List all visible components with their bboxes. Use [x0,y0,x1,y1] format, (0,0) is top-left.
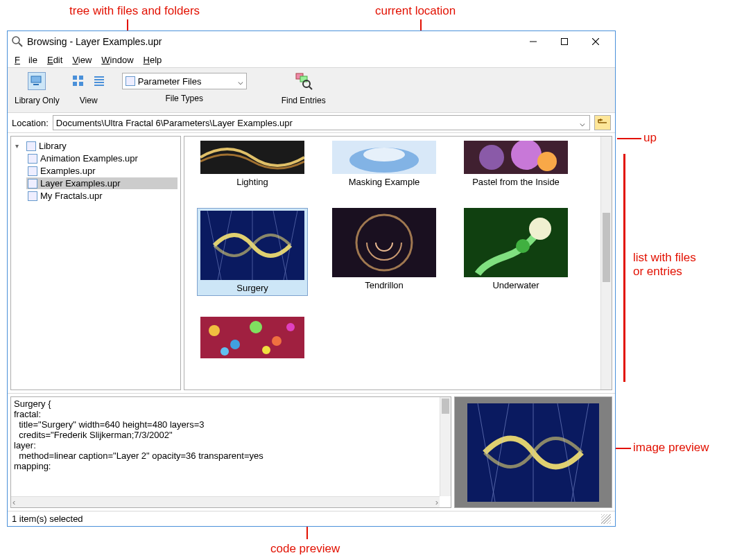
svg-point-40 [230,340,240,349]
menubar: File Edit View Window Help [8,52,615,67]
status-text: 1 item(s) selected [12,514,83,524]
close-button[interactable] [580,32,611,51]
tree-item-label: Examples.upr [40,166,95,176]
svg-point-26 [511,141,542,170]
thumbnail-underwater[interactable]: Underwater [460,208,571,296]
view-thumbs-button[interactable] [69,72,87,90]
svg-point-37 [516,239,530,253]
thumbnail-image [464,208,568,277]
browser-window: Browsing - Layer Examples.upr File Edit … [7,30,616,527]
window-title: Browsing - Layer Examples.upr [27,36,517,47]
bottom-area: Surgery { fractal: title="Surgery" width… [8,393,615,511]
find-entries-label: Find Entries [282,96,326,105]
up-button[interactable] [594,115,611,130]
find-entries-button[interactable] [293,71,314,91]
tree-item-3[interactable]: My Fractals.upr [26,190,178,202]
thumbnail-pastel[interactable]: Pastel from the Inside [460,141,571,187]
thumbnail-tendrillon[interactable]: Tendrillon [329,208,440,296]
thumbnail-label: Surgery [236,283,268,293]
minimize-button[interactable] [517,32,548,51]
thumbnail-label: Pastel from the Inside [472,177,560,187]
tree-item-label: Layer Examples.upr [40,178,121,189]
svg-point-41 [250,321,262,333]
svg-rect-10 [73,82,77,86]
maximize-button[interactable] [548,32,580,51]
code-scrollbar-horizontal[interactable]: ‹ › [11,496,440,507]
svg-point-23 [363,148,405,161]
view-label: View [80,96,98,105]
tree-pane[interactable]: ▾ Library Animation Examples.upr Example… [10,136,181,390]
tree-root-item[interactable]: ▾ Library [14,140,178,152]
tree-item-2[interactable]: Layer Examples.upr [26,177,178,189]
location-bar: Location: Documents\Ultra Fractal 6\Para… [8,113,615,132]
scroll-thumb[interactable] [603,213,610,282]
toolbar-filetypes-group: Parameter Files ⌵ File Types [115,71,254,103]
thumbnail-surgery[interactable]: Surgery [197,208,308,296]
svg-rect-6 [31,76,41,82]
file-icon [28,166,37,176]
svg-rect-34 [332,208,436,277]
annotation-tree: tree with files and folders [69,4,200,18]
file-types-label: File Types [165,94,202,103]
library-only-label: Library Only [15,96,60,105]
toolbar-view-group: View [67,71,111,105]
svg-point-36 [529,218,551,240]
thumbnail-image [464,141,568,174]
list-pane[interactable]: Lighting Masking Example Pastel from the… [184,136,612,390]
code-scrollbar-vertical[interactable] [440,397,451,496]
file-icon [28,154,37,164]
list-scrollbar[interactable] [600,137,612,390]
menu-edit[interactable]: Edit [43,53,67,67]
thumbnail-label: Lighting [236,177,268,187]
tree-item-0[interactable]: Animation Examples.upr [26,152,178,164]
main-area: ▾ Library Animation Examples.upr Example… [8,132,615,393]
scroll-left-icon[interactable]: ‹ [12,497,15,507]
location-path: Documents\Ultra Fractal 6\Parameters\Lay… [56,118,293,128]
statusbar: 1 item(s) selected [8,511,615,526]
folder-icon [26,141,36,151]
file-types-icon [126,76,135,86]
svg-rect-9 [79,76,83,80]
location-input[interactable]: Documents\Ultra Fractal 6\Parameters\Lay… [53,115,590,130]
thumbnail-image [332,141,436,174]
menu-view[interactable]: View [68,53,96,67]
titlebar: Browsing - Layer Examples.upr [8,31,615,52]
thumbnail-lighting[interactable]: Lighting [197,141,308,187]
svg-rect-3 [561,39,567,45]
app-icon [12,36,23,47]
view-list-button[interactable] [90,72,108,90]
thumbnail-label: Masking Example [349,177,420,187]
svg-rect-11 [79,82,83,86]
svg-point-43 [286,323,295,331]
menu-file[interactable]: File [10,53,42,67]
svg-line-19 [309,87,312,89]
annotation-up: up [643,131,657,145]
thumbnail-masking-example[interactable]: Masking Example [329,141,440,187]
image-preview [467,403,599,502]
library-only-button[interactable] [28,72,46,90]
scroll-thumb[interactable] [442,399,449,414]
svg-point-25 [479,145,504,170]
toolbar-library-group: Library Only [12,71,62,105]
annotation-line-up [617,138,641,139]
thumbnail-image [332,208,436,277]
file-types-dropdown[interactable]: Parameter Files ⌵ [122,73,247,89]
svg-point-39 [209,325,220,336]
resize-grip[interactable] [601,514,611,524]
tree-item-label: Animation Examples.upr [40,153,138,164]
scroll-right-icon[interactable]: › [435,497,438,507]
annotation-code-preview: code preview [270,542,340,556]
svg-rect-8 [73,76,77,80]
tree-root-label: Library [39,141,67,151]
code-preview-pane[interactable]: Surgery { fractal: title="Surgery" width… [10,396,451,508]
annotation-location: current location [375,4,456,18]
menu-help[interactable]: Help [139,53,166,67]
tree-item-1[interactable]: Examples.upr [26,165,178,177]
thumbnail-image [200,317,304,358]
svg-point-27 [537,152,557,171]
thumbnail-image [200,211,304,280]
thumbnail-extra[interactable] [197,317,308,361]
svg-rect-7 [33,84,39,85]
tree-toggle-icon[interactable]: ▾ [15,142,24,150]
menu-window[interactable]: Window [97,53,137,67]
